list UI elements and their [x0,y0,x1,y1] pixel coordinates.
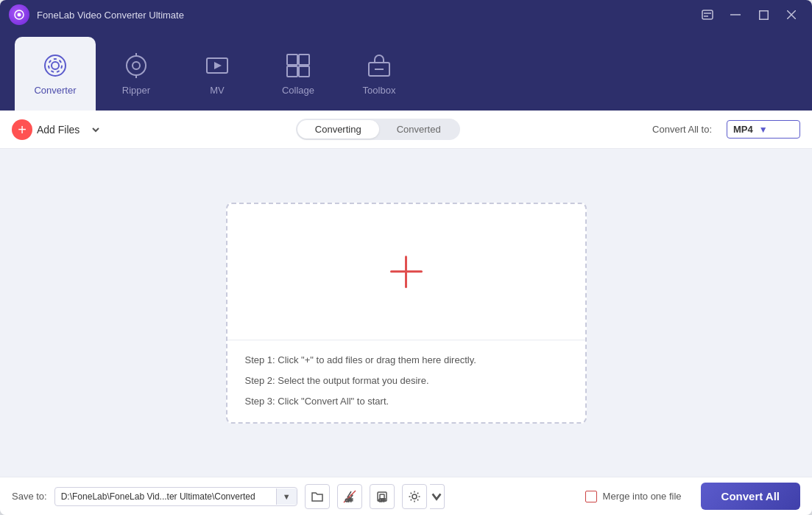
hardware-accel-icon: OFF [375,490,389,503]
maximize-button[interactable] [752,4,775,25]
convert-all-to-label: Convert All to: [652,124,712,135]
add-files-dropdown-arrow[interactable] [88,122,103,137]
main-content: Step 1: Click "+" to add files or drag t… [0,149,812,477]
convert-tabs: Converting Converted [296,119,460,140]
convert-all-button[interactable]: Convert All [701,483,800,510]
tab-toolbox-label: Toolbox [363,85,396,96]
svg-text:OFF: OFF [345,498,353,502]
svg-rect-6 [759,10,768,19]
flash-acceleration-button[interactable]: OFF [337,484,362,509]
merge-checkbox[interactable] [585,491,597,502]
hardware-accel-button[interactable]: OFF [370,484,395,509]
tab-converter-label: Converter [34,85,76,96]
drop-zone-upper [227,204,585,340]
settings-dropdown-arrow-icon [430,490,443,503]
save-path-text: D:\FoneLab\FoneLab Vid...ter Ultimate\Co… [55,488,276,505]
svg-point-13 [133,62,140,69]
merge-label: Merge into one file [603,491,682,502]
svg-rect-20 [287,66,297,77]
svg-point-1 [18,13,21,17]
add-files-button[interactable]: + Add Files [12,119,80,140]
tab-collage-label: Collage [282,85,314,96]
svg-point-10 [52,62,59,69]
title-bar: FoneLab Video Converter Ultimate [0,0,812,29]
tab-mv[interactable]: MV [177,37,258,111]
tab-collage[interactable]: Collage [258,37,339,111]
open-folder-button[interactable] [305,484,330,509]
format-select-value: MP4 [733,124,753,135]
tab-converter[interactable]: Converter [15,37,96,111]
captions-button[interactable] [696,4,719,25]
drop-zone-instructions: Step 1: Click "+" to add files or drag t… [227,340,585,422]
save-path-selector[interactable]: D:\FoneLab\FoneLab Vid...ter Ultimate\Co… [54,487,297,506]
svg-text:OFF: OFF [378,499,385,502]
add-files-plus-icon: + [12,119,32,140]
converting-tab[interactable]: Converting [297,120,379,139]
app-title: FoneLab Video Converter Ultimate [37,10,696,21]
close-button[interactable] [780,4,803,25]
step1-text: Step 1: Click "+" to add files or drag t… [245,354,568,367]
step2-text: Step 2: Select the output format you des… [245,374,568,388]
flash-off-icon: OFF [343,490,356,503]
nav-bar: Converter Ripper MV [0,29,812,111]
format-select-arrow-icon: ▼ [759,125,768,135]
svg-point-12 [127,56,146,75]
drop-zone[interactable]: Step 1: Click "+" to add files or drag t… [226,203,587,424]
svg-rect-21 [299,66,309,77]
folder-icon [311,490,324,503]
svg-rect-2 [702,10,713,19]
save-path-dropdown-arrow[interactable]: ▼ [276,488,297,505]
step3-text: Step 3: Click "Convert All" to start. [245,395,568,408]
settings-button[interactable] [402,484,427,509]
svg-point-29 [412,494,417,499]
svg-rect-18 [287,55,297,65]
drop-zone-plus-icon [388,253,425,290]
svg-rect-19 [299,55,309,65]
format-select[interactable]: MP4 ▼ [727,120,800,139]
save-to-label: Save to: [12,491,47,502]
app-logo [9,4,29,25]
minimize-button[interactable] [724,4,747,25]
toolbar: + Add Files Converting Converted Convert… [0,111,812,149]
tab-toolbox[interactable]: Toolbox [339,37,420,111]
tab-ripper[interactable]: Ripper [96,37,177,111]
svg-marker-17 [214,62,222,69]
tab-ripper-label: Ripper [122,85,150,96]
svg-point-11 [49,59,62,72]
bottom-bar: Save to: D:\FoneLab\FoneLab Vid...ter Ul… [0,477,812,515]
merge-section: Merge into one file [585,491,682,502]
tab-mv-label: MV [210,85,225,96]
settings-dropdown-button[interactable] [430,484,445,509]
window-controls [696,4,803,25]
add-files-label: Add Files [37,124,80,136]
converted-tab[interactable]: Converted [379,120,459,139]
settings-gear-icon [408,490,421,503]
